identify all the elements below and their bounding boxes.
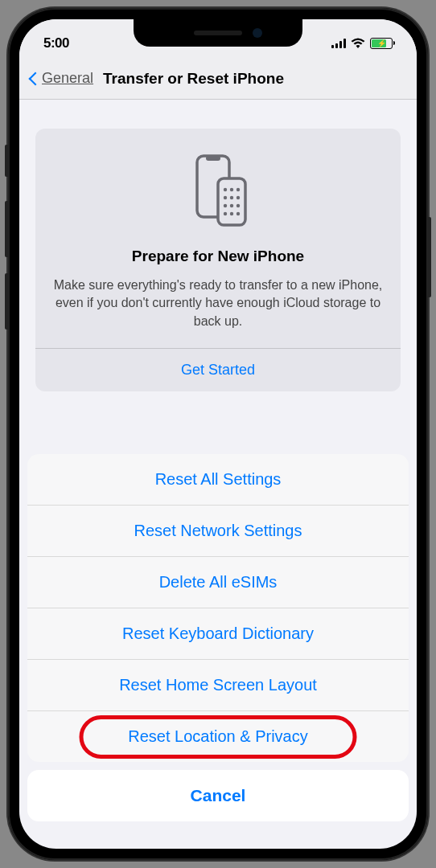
battery-icon: ⚡ (370, 38, 393, 49)
action-reset-keyboard-dictionary[interactable]: Reset Keyboard Dictionary (27, 608, 409, 660)
action-reset-all-settings[interactable]: Reset All Settings (27, 454, 409, 506)
prepare-title: Prepare for New iPhone (53, 248, 383, 265)
svg-rect-1 (206, 156, 220, 161)
volume-up-button (5, 201, 8, 257)
back-button[interactable]: General (29, 70, 93, 87)
prepare-description: Make sure everything's ready to transfer… (53, 276, 383, 330)
mute-switch (5, 145, 8, 177)
svg-point-8 (237, 196, 240, 199)
nav-header: General Transfer or Reset iPhone (19, 58, 417, 100)
svg-point-7 (230, 196, 233, 199)
phone-frame: 5:00 ⚡ General Transfer or Reset iPhone (8, 8, 428, 860)
cancel-button[interactable]: Cancel (27, 770, 409, 821)
status-icons: ⚡ (331, 38, 393, 49)
wifi-icon (351, 38, 365, 49)
devices-icon (53, 151, 383, 231)
action-reset-network-settings[interactable]: Reset Network Settings (27, 506, 409, 557)
signal-icon (331, 39, 346, 48)
svg-point-4 (230, 188, 233, 191)
svg-point-6 (224, 196, 227, 199)
svg-point-10 (230, 204, 233, 207)
action-sheet: Reset All Settings Reset Network Setting… (27, 454, 409, 762)
action-sheet-container: Reset All Settings Reset Network Setting… (19, 454, 417, 849)
back-label: General (42, 70, 93, 87)
svg-point-9 (224, 204, 227, 207)
svg-rect-2 (218, 178, 245, 225)
get-started-button[interactable]: Get Started (35, 349, 401, 391)
status-time: 5:00 (43, 35, 69, 51)
volume-down-button (5, 273, 8, 330)
svg-point-12 (224, 212, 227, 215)
screen: 5:00 ⚡ General Transfer or Reset iPhone (19, 19, 417, 849)
svg-point-5 (237, 188, 240, 191)
notch (134, 19, 302, 47)
content-area: Prepare for New iPhone Make sure everyth… (19, 100, 417, 391)
page-title: Transfer or Reset iPhone (103, 70, 284, 88)
svg-point-14 (237, 212, 240, 215)
power-button (428, 217, 431, 297)
svg-point-13 (230, 212, 233, 215)
highlight-annotation (80, 715, 357, 759)
action-reset-location-privacy[interactable]: Reset Location & Privacy (27, 711, 409, 762)
svg-point-3 (224, 188, 227, 191)
prepare-card: Prepare for New iPhone Make sure everyth… (35, 129, 401, 391)
chevron-left-icon (29, 71, 39, 87)
action-reset-home-screen-layout[interactable]: Reset Home Screen Layout (27, 660, 409, 711)
svg-point-11 (237, 204, 240, 207)
action-delete-all-esims[interactable]: Delete All eSIMs (27, 557, 409, 608)
